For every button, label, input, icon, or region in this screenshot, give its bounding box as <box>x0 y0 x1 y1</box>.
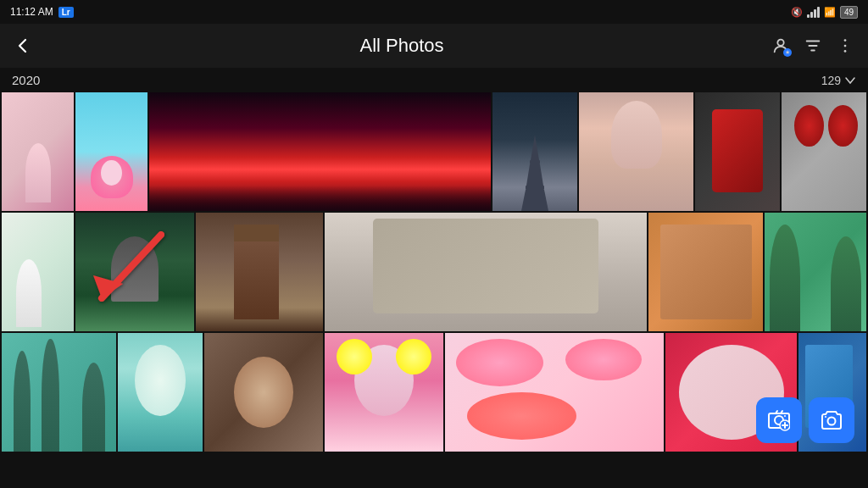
photo-cell[interactable] <box>204 333 323 452</box>
svg-point-1 <box>844 39 847 42</box>
signal-icon <box>807 6 820 18</box>
nav-action-icons: ★ <box>771 36 854 55</box>
photo-cell[interactable] <box>695 92 780 211</box>
grid-row-1 <box>2 92 866 211</box>
svg-marker-6 <box>526 164 543 186</box>
svg-rect-5 <box>530 160 540 164</box>
more-options-button[interactable] <box>836 36 854 55</box>
year-label: 2020 <box>12 73 40 87</box>
photo-grid <box>0 92 868 453</box>
photo-cell[interactable] <box>196 213 323 331</box>
year-count[interactable]: 129 <box>821 74 856 87</box>
photo-cell[interactable] <box>118 333 203 452</box>
svg-point-19 <box>828 418 836 425</box>
eiffel-tower-icon <box>518 135 552 211</box>
photo-cell[interactable] <box>325 213 647 331</box>
time-display: 11:12 AM <box>10 6 53 18</box>
photo-cell[interactable] <box>2 333 116 452</box>
photo-cell[interactable] <box>765 213 866 331</box>
filter-button[interactable] <box>804 36 822 55</box>
star-badge: ★ <box>783 48 792 57</box>
photo-grid-inner <box>0 92 868 453</box>
lr-badge: Lr <box>58 7 74 18</box>
photo-cell-selected[interactable] <box>75 92 147 211</box>
bottom-actions <box>756 397 854 443</box>
chevron-down-icon <box>844 75 856 86</box>
svg-point-2 <box>844 45 847 47</box>
wifi-icon: 📶 <box>824 7 836 18</box>
status-bar: 11:12 AM Lr 🔇 📶 49 <box>0 0 868 24</box>
svg-point-0 <box>777 40 783 46</box>
battery-indicator: 49 <box>840 6 858 19</box>
svg-marker-4 <box>531 135 539 160</box>
photo-cell[interactable] <box>2 92 74 211</box>
svg-point-15 <box>784 415 786 417</box>
nav-bar: All Photos ★ <box>0 24 868 68</box>
page-title: All Photos <box>42 35 761 57</box>
camera-button[interactable] <box>809 397 854 443</box>
photo-cell[interactable] <box>782 92 866 211</box>
svg-point-3 <box>844 50 847 53</box>
grid-row-3 <box>2 333 866 452</box>
photo-cell[interactable] <box>325 333 443 452</box>
svg-point-20 <box>825 416 826 418</box>
add-photo-button[interactable] <box>756 397 802 443</box>
svg-marker-8 <box>521 190 548 211</box>
photo-cell[interactable] <box>445 333 664 452</box>
photo-cell[interactable] <box>75 213 194 331</box>
photo-cell[interactable] <box>149 92 491 211</box>
photo-cell[interactable] <box>648 213 763 331</box>
year-section: 2020 129 <box>0 68 868 92</box>
person-search-button[interactable]: ★ <box>771 36 790 55</box>
grid-row-2 <box>2 213 866 331</box>
svg-rect-7 <box>526 186 544 190</box>
photo-cell[interactable] <box>492 92 577 211</box>
photo-cell[interactable] <box>2 213 74 331</box>
photo-cell[interactable] <box>579 92 693 211</box>
mute-icon: 🔇 <box>791 7 803 18</box>
back-button[interactable] <box>14 36 32 55</box>
